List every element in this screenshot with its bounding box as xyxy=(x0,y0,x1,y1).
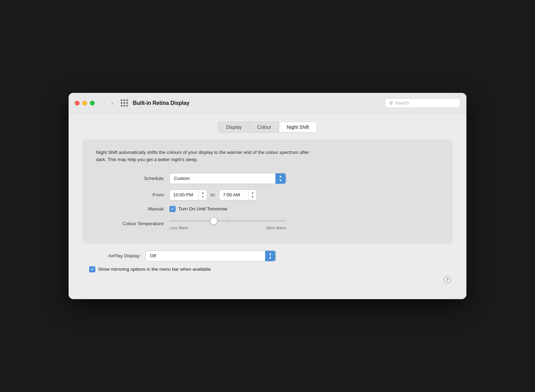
grid-dot xyxy=(123,99,125,101)
time-row: From: 10:00 PM ▲ ▼ to: 7:00 AM xyxy=(96,189,439,200)
stepper-up-icon: ▲ xyxy=(279,174,282,179)
airplay-value: Off xyxy=(146,251,265,260)
more-warm-label: More Warm xyxy=(266,226,286,230)
airplay-label: AirPlay Display: xyxy=(82,253,141,258)
tab-display[interactable]: Display xyxy=(218,122,250,132)
schedule-select[interactable]: Custom ▲ ▼ xyxy=(169,173,286,184)
night-shift-description: Night Shift automatically shifts the col… xyxy=(96,149,316,163)
airplay-down-icon: ▼ xyxy=(269,256,272,260)
temp-slider-track xyxy=(169,220,286,222)
grid-dot xyxy=(126,99,128,101)
schedule-value: Custom xyxy=(170,174,275,183)
slider-labels: Less Warm More Warm xyxy=(169,226,286,230)
grid-dot xyxy=(123,105,125,107)
from-time-picker[interactable]: 10:00 PM ▲ ▼ xyxy=(169,189,207,200)
main-content: Display Colour Night Shift Night Shift a… xyxy=(69,113,466,299)
grid-dot xyxy=(121,105,122,107)
bottom-section: AirPlay Display: Off ▲ ▼ ✓ Show mirrorin… xyxy=(82,250,453,289)
settings-form: Schedule: Custom ▲ ▼ From: 10:00 PM xyxy=(96,173,439,230)
mirroring-checkbox[interactable]: ✓ xyxy=(89,266,95,272)
maximize-button[interactable] xyxy=(90,101,95,106)
temp-label: Colour Temperature: xyxy=(96,221,165,226)
schedule-label: Schedule: xyxy=(96,176,165,181)
titlebar: ‹ › Built-in Retina Display ⚲ xyxy=(69,93,466,113)
main-window: ‹ › Built-in Retina Display ⚲ Display Co… xyxy=(69,93,466,299)
grid-dot xyxy=(121,99,122,101)
grid-dot xyxy=(123,102,125,104)
airplay-stepper[interactable]: ▲ ▼ xyxy=(265,251,275,261)
grid-dot xyxy=(126,105,128,107)
airplay-select[interactable]: Off ▲ ▼ xyxy=(145,250,276,261)
from-label: From: xyxy=(96,192,165,197)
mirroring-checkmark-icon: ✓ xyxy=(91,267,94,271)
grid-dot xyxy=(126,102,128,104)
nav-buttons: ‹ › xyxy=(102,99,115,107)
tab-night-shift[interactable]: Night Shift xyxy=(279,122,317,132)
help-row: ? xyxy=(82,276,453,283)
turn-on-checkbox[interactable]: ✓ xyxy=(169,206,176,212)
tab-colour[interactable]: Colour xyxy=(250,122,279,132)
search-input[interactable] xyxy=(395,100,456,106)
from-up-icon: ▲ xyxy=(201,191,204,195)
minimize-button[interactable] xyxy=(82,101,87,106)
search-icon: ⚲ xyxy=(389,100,393,106)
temp-slider-container: Less Warm More Warm xyxy=(169,218,286,230)
temp-slider-track-wrap xyxy=(169,218,286,224)
manual-checkbox-row: ✓ Turn On Until Tomorrow xyxy=(169,206,227,212)
airplay-row: AirPlay Display: Off ▲ ▼ xyxy=(82,250,453,261)
to-down-icon: ▼ xyxy=(251,195,254,199)
to-time-picker[interactable]: 7:00 AM ▲ ▼ xyxy=(219,189,257,200)
from-time-stepper[interactable]: ▲ ▼ xyxy=(199,190,207,200)
to-time-value: 7:00 AM xyxy=(219,190,248,199)
from-time-value: 10:00 PM xyxy=(170,190,199,199)
manual-row: Manual: ✓ Turn On Until Tomorrow xyxy=(96,206,439,212)
schedule-row: Schedule: Custom ▲ ▼ xyxy=(96,173,439,184)
mirroring-row: ✓ Show mirroring options in the menu bar… xyxy=(82,266,453,272)
less-warm-label: Less Warm xyxy=(169,226,188,230)
window-title: Built-in Retina Display xyxy=(133,100,385,106)
manual-label: Manual: xyxy=(96,206,165,211)
night-shift-panel: Night Shift automatically shifts the col… xyxy=(82,139,453,244)
tab-group: Display Colour Night Shift xyxy=(218,122,317,133)
from-down-icon: ▼ xyxy=(201,195,204,199)
time-inputs: 10:00 PM ▲ ▼ to: 7:00 AM ▲ ▼ xyxy=(169,189,257,200)
temp-slider-thumb[interactable] xyxy=(210,218,217,224)
turn-on-label: Turn On Until Tomorrow xyxy=(178,206,227,211)
slider-tick xyxy=(228,219,228,223)
grid-icon[interactable] xyxy=(121,99,128,107)
temp-row: Colour Temperature: Less Warm More Warm xyxy=(96,218,439,230)
tabs-bar: Display Colour Night Shift xyxy=(82,122,453,133)
traffic-lights xyxy=(75,101,95,106)
to-label: to: xyxy=(211,192,216,197)
search-box[interactable]: ⚲ xyxy=(385,98,460,108)
close-button[interactable] xyxy=(75,101,80,106)
stepper-down-icon: ▼ xyxy=(279,179,282,183)
to-up-icon: ▲ xyxy=(251,191,254,195)
schedule-stepper[interactable]: ▲ ▼ xyxy=(275,173,286,184)
airplay-up-icon: ▲ xyxy=(269,252,272,256)
checkmark-icon: ✓ xyxy=(171,207,174,211)
to-time-stepper[interactable]: ▲ ▼ xyxy=(248,190,257,200)
forward-button[interactable]: › xyxy=(110,99,115,107)
back-button[interactable]: ‹ xyxy=(102,99,106,107)
mirroring-label: Show mirroring options in the menu bar w… xyxy=(98,267,211,272)
grid-dot xyxy=(121,102,122,104)
help-button[interactable]: ? xyxy=(444,276,451,283)
